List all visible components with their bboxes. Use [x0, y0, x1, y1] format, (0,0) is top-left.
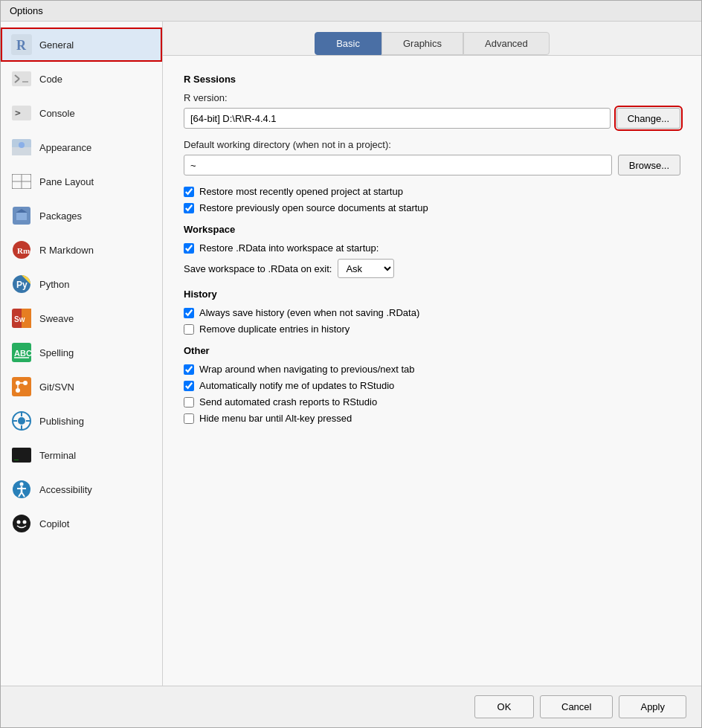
crash-reports-checkbox[interactable]: [184, 397, 194, 408]
sidebar-item-sweave[interactable]: Sw Sweave: [1, 301, 162, 335]
workspace-title: Workspace: [184, 224, 680, 235]
sidebar-label-spelling: Spelling: [39, 347, 74, 358]
terminal-icon: _: [11, 445, 32, 466]
history-title: History: [184, 289, 680, 300]
sidebar-item-python[interactable]: Py Python: [1, 267, 162, 301]
svg-point-49: [23, 521, 27, 524]
notify-updates-row: Automatically notify me of updates to RS…: [184, 380, 680, 391]
apply-button[interactable]: Apply: [619, 695, 686, 718]
git-icon: [11, 376, 32, 397]
hide-menubar-row: Hide menu bar until Alt-key pressed: [184, 413, 680, 424]
sidebar-label-accessibility: Accessibility: [39, 484, 92, 495]
default-dir-input[interactable]: [184, 155, 612, 175]
save-workspace-label: Save workspace to .RData on exit:: [184, 263, 332, 274]
sidebar-item-rmarkdown[interactable]: Rmd R Markdown: [1, 233, 162, 267]
options-window: Options R General: [0, 0, 702, 728]
sidebar: R General Code: [1, 22, 163, 686]
content-area: Basic Graphics Advanced R Sessions R ver…: [163, 22, 701, 686]
crash-reports-row: Send automated crash reports to RStudio: [184, 396, 680, 408]
r-version-input[interactable]: [184, 108, 611, 129]
sidebar-label-copilot: Copilot: [39, 518, 69, 529]
titlebar: Options: [1, 1, 701, 22]
svg-point-30: [16, 388, 20, 393]
notify-updates-checkbox[interactable]: [184, 381, 194, 391]
cancel-button[interactable]: Cancel: [540, 695, 613, 718]
restore-source-checkbox[interactable]: [184, 203, 194, 213]
hide-menubar-checkbox[interactable]: [184, 413, 194, 424]
sidebar-label-packages: Packages: [39, 210, 82, 222]
svg-rect-27: [12, 377, 31, 396]
tab-graphics[interactable]: Graphics: [381, 32, 463, 55]
window-title: Options: [10, 5, 43, 16]
restore-source-label: Restore previously open source documents…: [199, 202, 428, 213]
always-save-history-checkbox[interactable]: [184, 308, 194, 318]
console-icon: >: [11, 103, 32, 123]
r-version-label: R version:: [184, 92, 680, 103]
other-title: Other: [184, 345, 680, 356]
r-icon: R: [11, 34, 32, 55]
sidebar-item-console[interactable]: > Console: [1, 96, 162, 130]
restore-rdata-label: Restore .RData into workspace at startup…: [199, 242, 379, 254]
sidebar-item-git-svn[interactable]: Git/SVN: [1, 370, 162, 404]
main-area: R General Code: [1, 22, 701, 686]
save-workspace-select[interactable]: Ask Always Never: [338, 259, 394, 278]
python-icon: Py: [11, 274, 32, 294]
sidebar-label-publishing: Publishing: [39, 416, 84, 427]
notify-updates-label: Automatically notify me of updates to RS…: [199, 380, 394, 391]
sidebar-item-pane-layout[interactable]: Pane Layout: [1, 164, 162, 199]
svg-point-48: [17, 521, 21, 524]
remove-duplicate-checkbox[interactable]: [184, 324, 194, 335]
panel-basic: R Sessions R version: Change... Default …: [163, 56, 701, 686]
svg-text:Py: Py: [16, 280, 28, 290]
appearance-icon: [11, 137, 32, 158]
svg-point-34: [18, 417, 25, 425]
browse-button[interactable]: Browse...: [618, 155, 680, 175]
sidebar-label-sweave: Sweave: [39, 313, 74, 324]
sidebar-item-packages[interactable]: Packages: [1, 199, 162, 233]
tab-basic[interactable]: Basic: [315, 32, 381, 55]
remove-duplicate-label: Remove duplicate entries in history: [199, 323, 350, 335]
svg-point-47: [13, 515, 30, 532]
svg-point-29: [23, 381, 28, 385]
sidebar-label-code: Code: [39, 74, 62, 85]
always-save-history-row: Always save history (even when not savin…: [184, 307, 680, 318]
packages-icon: [11, 205, 32, 226]
wrap-around-label: Wrap around when navigating to previous/…: [199, 364, 415, 375]
sidebar-item-copilot[interactable]: Copilot: [1, 506, 162, 541]
svg-text:>: >: [15, 107, 21, 118]
always-save-history-label: Always save history (even when not savin…: [199, 307, 419, 318]
svg-point-10: [19, 142, 25, 148]
svg-rect-2: [12, 71, 31, 86]
tab-bar: Basic Graphics Advanced: [163, 22, 701, 56]
save-workspace-row: Save workspace to .RData on exit: Ask Al…: [184, 259, 680, 278]
sidebar-item-spelling[interactable]: ABC Spelling: [1, 335, 162, 370]
sidebar-item-accessibility[interactable]: Accessibility: [1, 472, 162, 506]
change-button[interactable]: Change...: [616, 108, 680, 129]
sweave-icon: Sw: [11, 308, 32, 329]
default-dir-label: Default working directory (when not in a…: [184, 139, 680, 150]
sidebar-item-publishing[interactable]: Publishing: [1, 404, 162, 438]
sidebar-label-appearance: Appearance: [39, 142, 91, 153]
sidebar-label-console: Console: [39, 108, 75, 119]
ok-button[interactable]: OK: [474, 695, 534, 718]
code-icon: [11, 68, 32, 89]
restore-rdata-checkbox[interactable]: [184, 243, 194, 254]
rmarkdown-icon: Rmd: [11, 239, 32, 260]
hide-menubar-label: Hide menu bar until Alt-key pressed: [199, 413, 352, 424]
copilot-icon: [11, 513, 32, 534]
restore-project-checkbox[interactable]: [184, 187, 194, 197]
sidebar-item-general[interactable]: R General: [1, 28, 162, 62]
sidebar-item-terminal[interactable]: _ Terminal: [1, 438, 162, 472]
restore-rdata-row: Restore .RData into workspace at startup…: [184, 242, 680, 254]
publishing-icon: [11, 410, 32, 431]
sidebar-item-code[interactable]: Code: [1, 62, 162, 96]
spelling-icon: ABC: [11, 342, 32, 363]
restore-source-row: Restore previously open source documents…: [184, 202, 680, 213]
accessibility-icon: [11, 479, 32, 500]
wrap-around-checkbox[interactable]: [184, 364, 194, 375]
svg-text:Rmd: Rmd: [17, 246, 31, 255]
sidebar-item-appearance[interactable]: Appearance: [1, 130, 162, 164]
svg-text:_: _: [14, 451, 19, 460]
crash-reports-label: Send automated crash reports to RStudio: [199, 396, 377, 408]
tab-advanced[interactable]: Advanced: [463, 32, 550, 55]
